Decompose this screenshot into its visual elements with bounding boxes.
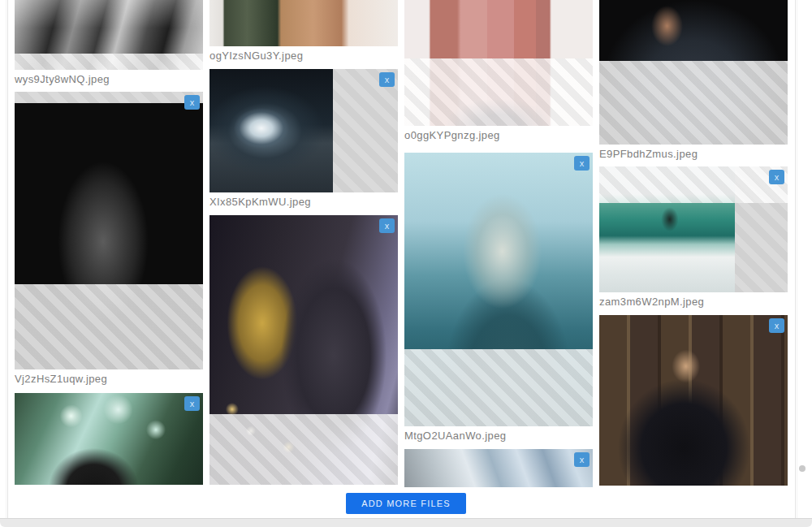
file-name: zam3m6W2npM.jpeg — [599, 296, 788, 308]
file-thumbnail: x — [404, 153, 593, 426]
file-name: wys9Jty8wNQ.jpeg — [15, 73, 203, 85]
upload-progress-overlay — [15, 284, 203, 369]
file-thumbnail — [599, 0, 788, 145]
file-tile: x zam3m6W2npM.jpeg — [599, 166, 788, 308]
file-thumbnail: x — [15, 393, 203, 485]
add-more-files-button[interactable]: ADD MORE FILES — [346, 493, 466, 514]
file-tile: x MtgO2UAanWo.jpeg — [404, 153, 593, 442]
remove-file-button[interactable]: x — [769, 170, 784, 184]
file-name: ogYIzsNGu3Y.jpeg — [209, 50, 398, 62]
file-tile: E9PFbdhZmus.jpeg — [599, 0, 788, 160]
file-tile: o0ggKYPgnzg.jpeg — [404, 0, 593, 141]
photo-preview — [209, 69, 333, 192]
file-thumbnail — [15, 0, 203, 70]
scroll-indicator-dot — [799, 465, 806, 472]
remove-file-button[interactable]: x — [379, 72, 395, 87]
file-tile: x — [599, 315, 788, 486]
file-thumbnail: x — [599, 315, 788, 486]
file-tile: x — [209, 215, 398, 488]
remove-file-button[interactable]: x — [379, 218, 395, 233]
file-name: Vj2zHsZ1uqw.jpeg — [15, 373, 203, 385]
file-tile: wys9Jty8wNQ.jpeg — [15, 0, 203, 85]
file-tile: x — [15, 393, 203, 488]
file-thumbnail — [209, 0, 398, 46]
upload-progress-overlay — [209, 414, 398, 485]
photo-preview — [599, 315, 788, 486]
upload-progress-overlay — [599, 61, 788, 145]
remove-file-button[interactable]: x — [574, 156, 590, 171]
container-right-border — [795, 0, 796, 518]
footer-bar — [0, 518, 812, 527]
photo-preview — [209, 0, 398, 46]
file-name: XIx85KpKmWU.jpeg — [209, 196, 398, 208]
photo-preview — [15, 393, 203, 485]
remove-file-button[interactable]: x — [184, 95, 200, 110]
file-name: MtgO2UAanWo.jpeg — [404, 430, 593, 442]
file-tile: ogYIzsNGu3Y.jpeg — [209, 0, 398, 62]
file-thumbnail: x — [209, 69, 398, 192]
photo-preview — [404, 449, 593, 487]
file-name: E9PFbdhZmus.jpeg — [599, 148, 788, 160]
upload-progress-overlay — [404, 349, 593, 426]
file-thumbnail: x — [15, 92, 203, 369]
upload-progress-overlay — [599, 166, 788, 203]
file-thumbnail — [404, 0, 593, 126]
upload-progress-overlay — [15, 54, 203, 70]
remove-file-button[interactable]: x — [184, 396, 200, 411]
upload-progress-overlay — [404, 58, 593, 126]
file-tile: x — [404, 449, 593, 487]
file-thumbnail: x — [404, 449, 593, 487]
remove-file-button[interactable]: x — [769, 318, 784, 333]
file-name: o0ggKYPgnzg.jpeg — [404, 129, 593, 141]
file-tile: x XIx85KpKmWU.jpeg — [209, 69, 398, 208]
file-tile: x Vj2zHsZ1uqw.jpeg — [15, 92, 203, 385]
file-thumbnail: x — [599, 166, 788, 292]
file-upload-gallery: wys9Jty8wNQ.jpeg x Vj2zHsZ1uqw.jpeg x og… — [0, 0, 812, 527]
file-thumbnail: x — [209, 215, 398, 485]
remove-file-button[interactable]: x — [574, 452, 590, 467]
container-left-border — [7, 0, 8, 518]
